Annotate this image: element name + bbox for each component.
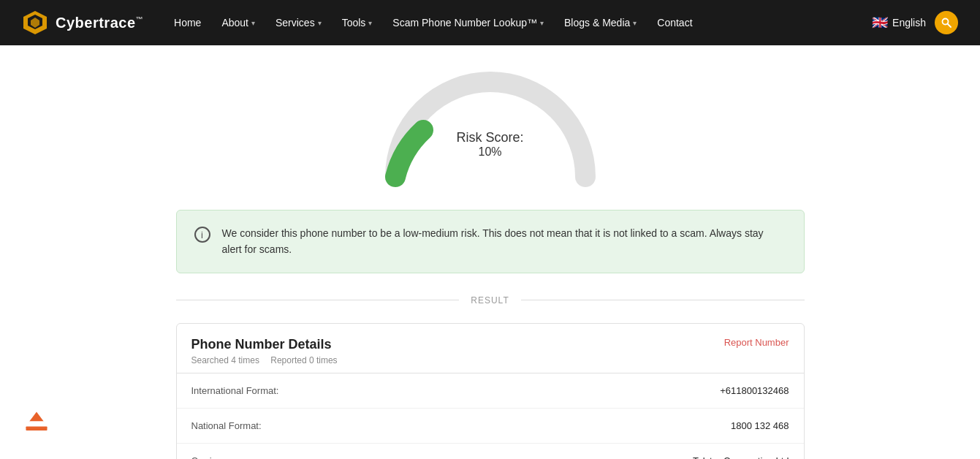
result-divider: RESULT [176, 295, 805, 306]
nav-contact[interactable]: Contact [648, 11, 701, 34]
details-header-left: Phone Number Details Searched 4 times Re… [191, 337, 338, 365]
alert-text: We consider this phone number to be a lo… [222, 225, 786, 258]
logo-icon [22, 10, 48, 36]
searched-times: Searched 4 times [191, 355, 259, 365]
alert-box: i We consider this phone number to be a … [176, 210, 805, 273]
table-row: International Format: +611800132468 [177, 373, 804, 409]
gauge-svg [373, 60, 607, 188]
logo[interactable]: Cybertrace™ [22, 10, 143, 36]
nav-scam-lookup[interactable]: Scam Phone Number Lookup™ ▾ [384, 11, 552, 34]
national-format-value: 1800 132 468 [731, 420, 789, 431]
nav-right: 🇬🇧 English [872, 11, 958, 34]
search-icon [941, 18, 951, 28]
info-icon: i [194, 227, 210, 243]
carrier-label: Carrier: [191, 455, 223, 459]
gauge-wrapper: Risk Score: 10% [373, 60, 607, 188]
table-row: Carrier: Telstra Corporation Ltd [177, 444, 804, 459]
main-content: Risk Score: 10% i We consider this phone… [162, 45, 819, 459]
back-to-top-button[interactable] [22, 408, 51, 437]
details-header: Phone Number Details Searched 4 times Re… [177, 324, 804, 373]
nav-links: Home About ▾ Services ▾ Tools ▾ Scam Pho… [165, 11, 872, 34]
svg-rect-7 [29, 421, 45, 425]
international-format-label: International Format: [191, 385, 279, 396]
logo-tm: ™ [136, 15, 144, 23]
nav-tools[interactable]: Tools ▾ [333, 11, 381, 34]
nav-blogs[interactable]: Blogs & Media ▾ [555, 11, 645, 34]
report-number-link[interactable]: Report Number [724, 337, 789, 348]
svg-rect-5 [26, 426, 47, 430]
phone-details-card: Phone Number Details Searched 4 times Re… [176, 323, 805, 459]
reported-times: Reported 0 times [270, 355, 337, 365]
language-label: English [892, 17, 926, 29]
back-to-top-icon [22, 408, 51, 437]
tools-chevron: ▾ [368, 19, 372, 27]
about-chevron: ▾ [251, 19, 255, 27]
carrier-value: Telstra Corporation Ltd [693, 455, 789, 459]
navbar: Cybertrace™ Home About ▾ Services ▾ Tool… [0, 0, 980, 45]
svg-line-4 [948, 24, 951, 28]
details-subtitle: Searched 4 times Reported 0 times [191, 355, 338, 365]
svg-marker-6 [29, 411, 45, 422]
national-format-label: National Format: [191, 420, 262, 431]
table-row: National Format: 1800 132 468 [177, 409, 804, 444]
search-button[interactable] [935, 11, 958, 34]
services-chevron: ▾ [318, 19, 322, 27]
language-selector[interactable]: 🇬🇧 English [872, 15, 926, 31]
nav-about[interactable]: About ▾ [213, 11, 264, 34]
result-label: RESULT [471, 295, 509, 306]
international-format-value: +611800132468 [720, 385, 789, 396]
risk-score-value: 10% [456, 145, 523, 159]
details-title: Phone Number Details [191, 337, 338, 352]
nav-services[interactable]: Services ▾ [267, 11, 330, 34]
flag-icon: 🇬🇧 [872, 15, 888, 31]
nav-home[interactable]: Home [165, 11, 210, 34]
scam-chevron: ▾ [540, 19, 544, 27]
logo-text: Cybertrace™ [56, 15, 143, 31]
risk-score-label: Risk Score: [456, 130, 523, 145]
gauge-container: Risk Score: 10% [176, 60, 805, 188]
gauge-text: Risk Score: 10% [456, 130, 523, 159]
blogs-chevron: ▾ [633, 19, 637, 27]
